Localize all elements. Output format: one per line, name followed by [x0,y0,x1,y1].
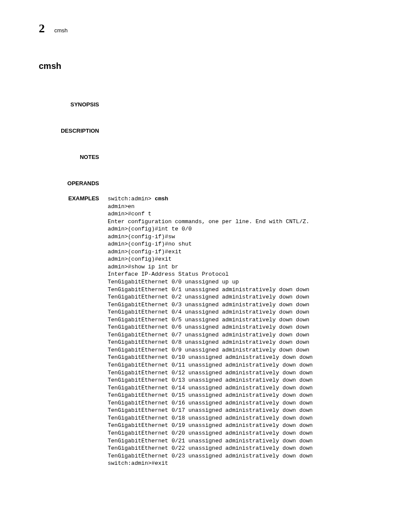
page-header: 2 cmsh [39,22,381,35]
label-examples: EXAMPLES [39,195,108,202]
page-title: cmsh [39,61,381,71]
section-notes: NOTES [39,154,381,160]
section-synopsis: SYNOPSIS [39,101,381,108]
section-operands: OPERANDS [39,180,381,187]
section-description: DESCRIPTION [39,128,381,134]
example-code-block: switch:admin> cmsh admin>en admin>#conf … [108,195,381,467]
page: 2 cmsh cmsh SYNOPSIS DESCRIPTION NOTES O… [0,0,411,513]
section-examples: EXAMPLES switch:admin> cmsh admin>en adm… [39,195,381,467]
body-examples: switch:admin> cmsh admin>en admin>#conf … [108,195,381,467]
label-synopsis: SYNOPSIS [39,101,108,108]
label-notes: NOTES [39,154,108,160]
chapter-number: 2 [39,22,45,35]
header-command: cmsh [54,27,68,34]
label-description: DESCRIPTION [39,128,108,134]
label-operands: OPERANDS [39,180,108,187]
